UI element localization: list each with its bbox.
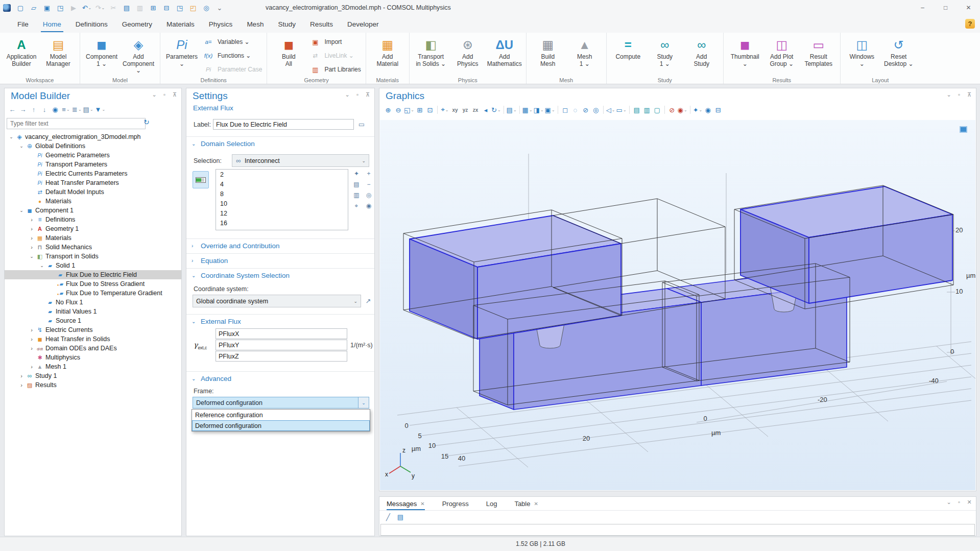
disable-interaction-icon[interactable]: ⊘	[667, 105, 677, 114]
remove-from-selection-icon[interactable]: −	[363, 180, 375, 189]
tree-item[interactable]: Flux Due to Electric Field	[5, 270, 181, 279]
zoom-selected-icon[interactable]: ⊡	[425, 105, 435, 114]
label-input[interactable]: Flux Due to Electric Field	[213, 119, 354, 130]
menu-tab[interactable]: Study	[271, 15, 303, 33]
center-selection-icon[interactable]: ⌖	[350, 201, 363, 210]
tree-expand-arrow[interactable]	[28, 235, 35, 241]
go-back-icon[interactable]: ←	[8, 105, 17, 114]
tree-item[interactable]: vacancy_electromigration_3Dmodel.mph	[5, 132, 181, 141]
duplicate-icon[interactable]: ⊞	[148, 2, 159, 13]
delete-icon[interactable]: ⊟	[161, 2, 172, 13]
tree-item[interactable]: Transport Parameters	[5, 160, 181, 169]
tree-item[interactable]: Heat Transfer in Solids	[5, 334, 181, 344]
model-3d-scene[interactable]: 20 µm 10 0 -40 -20 0 5 10 15 40 20 0 µm …	[380, 120, 975, 490]
rotate-view-icon[interactable]: ↻	[491, 105, 501, 114]
view-xy-icon[interactable]: xy	[450, 105, 460, 114]
tree-expand-arrow[interactable]	[18, 208, 25, 213]
paste-icon[interactable]: ▥	[134, 2, 146, 13]
selection-list-item[interactable]: 2	[216, 170, 348, 179]
tree-expand-arrow[interactable]	[28, 345, 35, 351]
pin-panel-icon[interactable]: ⊼	[364, 91, 371, 98]
windows-button[interactable]: ◫ Windows⌄	[844, 35, 880, 76]
tree-item[interactable]: Domain ODEs and DAEs	[5, 344, 181, 353]
tree-item[interactable]: Geometry 1	[5, 224, 181, 233]
tree-expand-arrow[interactable]	[28, 244, 35, 250]
select-box-icon[interactable]: ◻	[561, 105, 570, 114]
zoom-box-icon[interactable]: ◱	[404, 105, 414, 114]
variables-button[interactable]: a= Variables ⌄	[202, 37, 262, 47]
tree-item[interactable]: Results	[5, 380, 181, 390]
chevron-down-icon[interactable]: ⌄	[358, 397, 369, 408]
tree-item[interactable]: Study 1	[5, 371, 181, 380]
add-component-button[interactable]: ◈ AddComponent ⌄	[121, 35, 156, 76]
add-material-button[interactable]: ▦ AddMaterial	[370, 35, 405, 76]
go-to-source-icon[interactable]: ↗	[364, 296, 373, 305]
flux-x-input[interactable]: PFluxX	[216, 328, 347, 339]
filter-icon[interactable]: ▼	[95, 105, 106, 114]
add-physics-button[interactable]: ⊛ AddPhysics	[450, 35, 486, 76]
thumbnail-button[interactable]: ◼ Thumbnail⌄	[727, 35, 763, 76]
create-selection-icon[interactable]: ✦	[350, 169, 363, 178]
save-icon[interactable]: ▣	[41, 2, 53, 13]
clear-selection-icon[interactable]: ◰	[187, 2, 199, 13]
selection-colors-icon[interactable]: ◉	[678, 105, 687, 114]
customize-icon[interactable]: ⌄	[214, 2, 225, 13]
tree-item[interactable]: Solid Mechanics	[5, 243, 181, 252]
material-color-icon[interactable]: ◨	[534, 105, 544, 114]
save-as-icon[interactable]: ◳	[55, 2, 66, 13]
tree-item[interactable]: Electric Currents Parameters	[5, 169, 181, 178]
tree-expand-arrow[interactable]	[28, 226, 35, 232]
tree-item[interactable]: Flux Due to Temperature Gradient	[5, 289, 181, 298]
bottom-tab[interactable]: Table ✕	[514, 497, 538, 510]
snapshot-camera-icon[interactable]: ◉	[703, 105, 712, 114]
reset-desktop-button[interactable]: ↺ ResetDesktop ⌄	[881, 35, 917, 76]
view-zx-icon[interactable]: zx	[471, 105, 480, 114]
selection-dropdown[interactable]: ∞ Interconnect ⌄	[232, 154, 369, 167]
active-toggle-button[interactable]	[193, 171, 209, 188]
frame-option[interactable]: Reference configuration	[192, 410, 370, 420]
default-view-icon[interactable]: ⌖	[440, 105, 449, 114]
menu-tab[interactable]: Physics	[202, 15, 240, 33]
zoom-in-icon[interactable]: ⊕	[384, 105, 393, 114]
float-panel-icon[interactable]: ▫	[161, 91, 168, 98]
livelink-button[interactable]: ⇄ LiveLink ⌄	[308, 51, 361, 61]
copy-selection-icon[interactable]: ▤	[350, 180, 363, 189]
menu-tab[interactable]: Materials	[159, 15, 202, 33]
tree-expand-arrow[interactable]	[28, 364, 35, 370]
section-advanced[interactable]: ⌄ Advanced	[186, 371, 374, 385]
move-down-icon[interactable]: ↓	[40, 105, 49, 114]
previous-view-icon[interactable]: ◂	[481, 105, 490, 114]
build-mesh-button[interactable]: ▦ BuildMesh	[530, 35, 566, 76]
frame-combobox[interactable]: Deformed configuration ⌄	[193, 397, 369, 409]
domain-selection-list[interactable]: 248101216	[216, 169, 348, 230]
tree-item[interactable]: Global Definitions	[5, 141, 181, 151]
bottom-tab[interactable]: Log ✕	[486, 497, 497, 510]
split-vertical-icon[interactable]: ▥	[642, 105, 652, 114]
cut-icon[interactable]: ✂	[108, 2, 119, 13]
build-all-button[interactable]: ◼ BuildAll	[271, 35, 306, 76]
section-domain-selection[interactable]: ⌄ Domain Selection	[186, 136, 374, 150]
zoom-out-icon[interactable]: ⊖	[394, 105, 403, 114]
close-panel-icon[interactable]: ✕	[966, 499, 973, 506]
menu-tab[interactable]: Results	[303, 15, 340, 33]
hide-selected-icon[interactable]: ◎	[591, 105, 601, 114]
tree-item[interactable]: Component 1	[5, 206, 181, 215]
pin-panel-icon[interactable]: ⊼	[171, 91, 178, 98]
collapse-panel-icon[interactable]: ⌄	[945, 91, 952, 98]
plot-context-icon[interactable]	[960, 126, 967, 133]
scene-light-icon[interactable]: ✦	[693, 105, 703, 114]
refresh-icon[interactable]: ↻	[144, 118, 150, 126]
float-panel-icon[interactable]: ▫	[955, 499, 963, 506]
tree-item[interactable]: Default Model Inputs	[5, 187, 181, 197]
add-plot-group-button[interactable]: ◫ Add PlotGroup ⌄	[764, 35, 800, 76]
tree-item[interactable]: Materials	[5, 233, 181, 243]
node-label-icon[interactable]: ▤	[83, 105, 93, 114]
float-panel-icon[interactable]: ▫	[354, 91, 361, 98]
frame-option[interactable]: Deformed configuration	[192, 420, 370, 431]
section-external-flux[interactable]: ⌄ External Flux	[186, 314, 374, 328]
menu-tab[interactable]: Definitions	[68, 15, 115, 33]
section-override[interactable]: › Override and Contribution	[186, 238, 374, 252]
tree-item[interactable]: Flux Due to Stress Gradient	[5, 279, 181, 289]
tree-item[interactable]: Definitions	[5, 215, 181, 224]
result-templates-button[interactable]: ▭ ResultTemplates	[801, 35, 836, 76]
